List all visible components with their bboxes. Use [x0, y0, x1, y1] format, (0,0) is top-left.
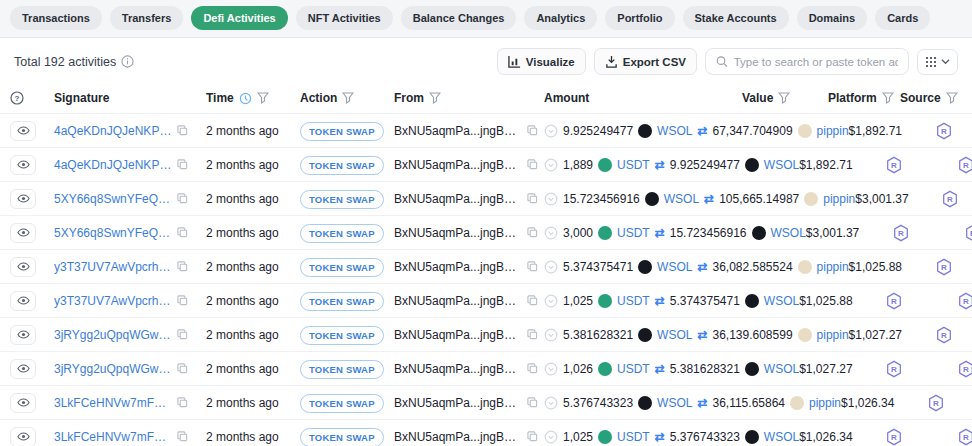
copy-icon[interactable] [527, 159, 538, 170]
platform-raydium-icon[interactable]: R [885, 360, 903, 378]
value-filter-icon[interactable] [778, 92, 790, 104]
help-icon[interactable]: ? [10, 91, 24, 105]
amount-expand-icon[interactable] [544, 158, 558, 172]
action-badge[interactable]: TOKEN SWAP [300, 428, 384, 446]
column-settings-button[interactable] [917, 49, 958, 75]
copy-icon[interactable] [177, 193, 188, 204]
copy-icon[interactable] [527, 363, 538, 374]
token-link[interactable]: WSOL [657, 396, 692, 410]
amount-expand-icon[interactable] [544, 192, 558, 206]
signature-link[interactable]: 4aQeKDnJQJeNKPddqj... [54, 124, 172, 138]
action-badge[interactable]: TOKEN SWAP [300, 360, 384, 379]
clock-icon[interactable] [239, 92, 252, 105]
signature-link[interactable]: 5XY66q8SwnYFeQoyE... [54, 226, 172, 240]
amount-expand-icon[interactable] [544, 430, 558, 444]
from-address[interactable]: BxNU5aqmPa...jngBzTHopE [394, 396, 522, 410]
amount-expand-icon[interactable] [544, 260, 558, 274]
action-badge[interactable]: TOKEN SWAP [300, 224, 384, 243]
time-filter-icon[interactable] [257, 92, 269, 104]
action-badge[interactable]: TOKEN SWAP [300, 394, 384, 413]
token-link[interactable]: pippin [817, 328, 849, 342]
source-raydium-icon[interactable]: R [957, 156, 972, 174]
from-address[interactable]: BxNU5aqmPa...jngBzTHopE [394, 226, 522, 240]
from-address[interactable]: BxNU5aqmPa...jngBzTHopE [394, 260, 522, 274]
copy-icon[interactable] [177, 431, 188, 442]
token-link[interactable]: pippin [823, 192, 855, 206]
copy-icon[interactable] [177, 125, 188, 136]
from-address[interactable]: BxNU5aqmPa...jngBzTHopE [394, 362, 522, 376]
copy-icon[interactable] [527, 431, 538, 442]
copy-icon[interactable] [527, 227, 538, 238]
token-link[interactable]: WSOL [664, 192, 699, 206]
preview-eye-button[interactable] [10, 189, 36, 209]
amount-expand-icon[interactable] [544, 124, 558, 138]
signature-link[interactable]: 4aQeKDnJQJeNKPddqj... [54, 158, 172, 172]
tab-transactions[interactable]: Transactions [10, 6, 102, 30]
from-address[interactable]: BxNU5aqmPa...jngBzTHopE [394, 158, 522, 172]
copy-icon[interactable] [527, 329, 538, 340]
source-raydium-icon[interactable]: R [957, 360, 972, 378]
action-badge[interactable]: TOKEN SWAP [300, 190, 384, 209]
token-link[interactable]: WSOL [657, 260, 692, 274]
action-badge[interactable]: TOKEN SWAP [300, 122, 384, 141]
copy-icon[interactable] [527, 295, 538, 306]
tab-analytics[interactable]: Analytics [524, 6, 597, 30]
platform-raydium-icon[interactable]: R [935, 122, 953, 140]
signature-link[interactable]: 3LkFCeHNVw7mFJL9N... [54, 430, 172, 444]
action-badge[interactable]: TOKEN SWAP [300, 258, 384, 277]
token-link[interactable]: USDT [617, 158, 650, 172]
amount-expand-icon[interactable] [544, 328, 558, 342]
info-icon[interactable] [121, 55, 134, 68]
token-link[interactable]: WSOL [771, 226, 806, 240]
token-link[interactable]: WSOL [657, 328, 692, 342]
copy-icon[interactable] [527, 261, 538, 272]
token-link[interactable]: USDT [617, 294, 650, 308]
action-filter-icon[interactable] [342, 92, 354, 104]
preview-eye-button[interactable] [10, 257, 36, 277]
preview-eye-button[interactable] [10, 121, 36, 141]
preview-eye-button[interactable] [10, 325, 36, 345]
token-link[interactable]: pippin [817, 260, 849, 274]
signature-link[interactable]: 5XY66q8SwnYFeQoyE... [54, 192, 172, 206]
source-raydium-icon[interactable]: R [957, 428, 972, 446]
token-link[interactable]: pippin [809, 396, 841, 410]
source-raydium-icon[interactable]: R [964, 224, 972, 242]
tab-nft-activities[interactable]: NFT Activities [296, 6, 393, 30]
token-link[interactable]: USDT [617, 226, 650, 240]
token-link[interactable]: WSOL [764, 158, 799, 172]
copy-icon[interactable] [177, 363, 188, 374]
tab-stake-accounts[interactable]: Stake Accounts [683, 6, 789, 30]
copy-icon[interactable] [177, 397, 188, 408]
preview-eye-button[interactable] [10, 223, 36, 243]
token-link[interactable]: WSOL [764, 362, 799, 376]
tab-transfers[interactable]: Transfers [110, 6, 184, 30]
tab-defi-activities[interactable]: Defi Activities [191, 6, 287, 30]
platform-raydium-icon[interactable]: R [941, 190, 959, 208]
from-address[interactable]: BxNU5aqmPa...jngBzTHopE [394, 192, 522, 206]
platform-raydium-icon[interactable]: R [927, 394, 945, 412]
token-link[interactable]: WSOL [764, 430, 799, 444]
copy-icon[interactable] [527, 125, 538, 136]
search-input[interactable] [734, 56, 898, 68]
source-filter-icon[interactable] [946, 92, 958, 104]
tab-balance-changes[interactable]: Balance Changes [401, 6, 517, 30]
copy-icon[interactable] [177, 261, 188, 272]
preview-eye-button[interactable] [10, 291, 36, 311]
token-link[interactable]: WSOL [657, 124, 692, 138]
action-badge[interactable]: TOKEN SWAP [300, 292, 384, 311]
from-address[interactable]: BxNU5aqmPa...jngBzTHopE [394, 124, 522, 138]
platform-raydium-icon[interactable]: R [885, 428, 903, 446]
signature-link[interactable]: y3T37UV7AwVpcrh6N... [54, 294, 172, 308]
token-link[interactable]: WSOL [764, 294, 799, 308]
signature-link[interactable]: y3T37UV7AwVpcrh6N... [54, 260, 172, 274]
visualize-button[interactable]: Visualize [497, 48, 586, 75]
signature-link[interactable]: 3jRYgg2uQpqWGw6BK... [54, 362, 172, 376]
platform-raydium-icon[interactable]: R [892, 224, 910, 242]
export-csv-button[interactable]: Export CSV [594, 48, 697, 75]
copy-icon[interactable] [527, 193, 538, 204]
token-link[interactable]: pippin [817, 124, 849, 138]
preview-eye-button[interactable] [10, 427, 36, 446]
tab-domains[interactable]: Domains [797, 6, 867, 30]
amount-expand-icon[interactable] [544, 226, 558, 240]
copy-icon[interactable] [527, 397, 538, 408]
